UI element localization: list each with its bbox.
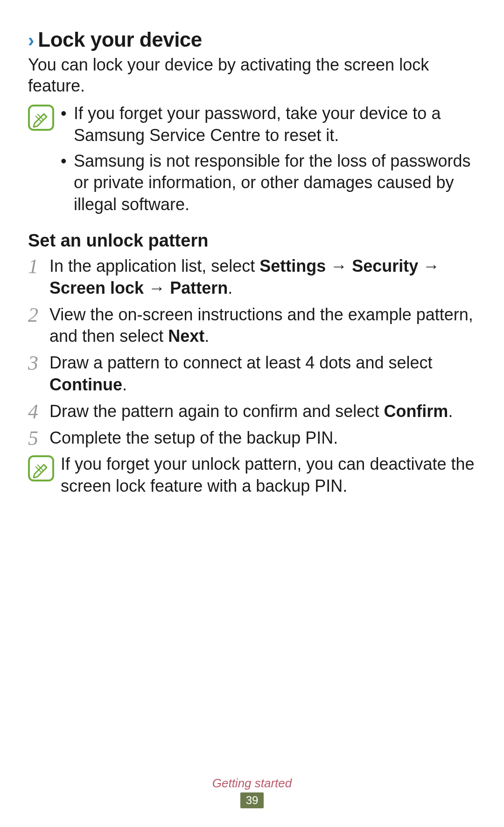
step-item: 3Draw a pattern to connect at least 4 do… [28, 352, 476, 396]
step-number: 3 [28, 352, 49, 374]
step-number: 5 [28, 427, 49, 449]
step-text: In the application list, select Settings… [49, 255, 476, 299]
note-block-1: • If you forget your password, take your… [28, 103, 476, 219]
note-icon [28, 455, 54, 481]
chevron-icon: › [28, 31, 34, 49]
note-bullet-item: • Samsung is not responsible for the los… [61, 150, 476, 216]
note-bullets: • If you forget your password, take your… [61, 103, 476, 216]
section-heading: › Lock your device [28, 28, 476, 51]
footer-section-label: Getting started [0, 776, 504, 791]
subheading: Set an unlock pattern [28, 231, 476, 251]
heading-title: Lock your device [38, 28, 202, 51]
step-number: 2 [28, 304, 49, 325]
steps-list: 1In the application list, select Setting… [28, 255, 476, 449]
note-icon [28, 105, 54, 131]
note-block-2: If you forget your unlock pattern, you c… [28, 453, 476, 497]
step-item: 2View the on-screen instructions and the… [28, 304, 476, 348]
note-bullet-item: • If you forget your password, take your… [61, 103, 476, 147]
step-item: 1In the application list, select Setting… [28, 255, 476, 299]
step-text: Draw a pattern to connect at least 4 dot… [49, 352, 476, 396]
step-item: 4Draw the pattern again to confirm and s… [28, 401, 476, 423]
step-number: 4 [28, 401, 49, 422]
step-text: View the on-screen instructions and the … [49, 304, 476, 348]
step-text: Draw the pattern again to confirm and se… [49, 401, 476, 423]
note-text: If you forget your unlock pattern, you c… [61, 453, 476, 497]
step-text: Complete the setup of the backup PIN. [49, 427, 476, 449]
page-number: 39 [240, 792, 264, 808]
page-footer: Getting started 39 [0, 776, 504, 808]
step-number: 1 [28, 255, 49, 277]
step-item: 5Complete the setup of the backup PIN. [28, 427, 476, 449]
intro-text: You can lock your device by activating t… [28, 54, 476, 96]
